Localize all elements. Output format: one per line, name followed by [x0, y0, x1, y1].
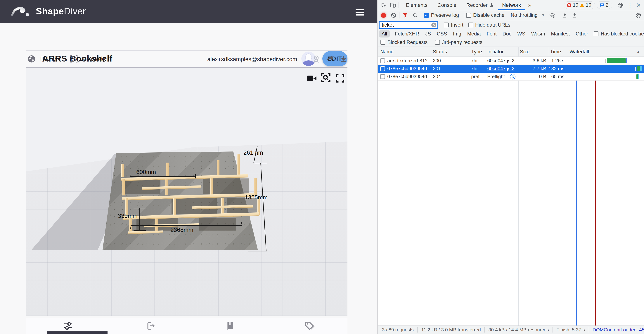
col-time[interactable]: Time — [550, 47, 561, 57]
settings-gear-icon[interactable] — [618, 2, 624, 8]
device-toolbar-icon[interactable] — [390, 2, 396, 9]
has-blocked-cookies-label[interactable]: Has blocked cookies — [601, 31, 644, 37]
clear-filter-icon[interactable]: ✕ — [431, 23, 436, 27]
blocked-requests-checkbox[interactable] — [380, 40, 385, 45]
chip-all[interactable]: All — [379, 30, 390, 38]
table-row[interactable]: 078e7c5d903954d... 204 prefl... Prefligh… — [378, 73, 644, 81]
import-har-icon[interactable] — [562, 12, 568, 18]
column-divider[interactable] — [567, 47, 567, 325]
chip-other[interactable]: Other — [573, 30, 591, 38]
tab-recorder[interactable]: Recorder — [461, 0, 489, 10]
cell-status: 200 — [433, 57, 466, 65]
throttling-select[interactable]: No throttling — [511, 12, 538, 18]
ar-badge: AR-ready — [70, 51, 105, 67]
inspect-element-icon[interactable] — [380, 2, 387, 9]
cell-status: 204 — [433, 73, 466, 81]
search-icon[interactable] — [412, 13, 418, 18]
issues-badge[interactable]: 2 — [596, 2, 612, 9]
share-icon[interactable] — [326, 51, 334, 67]
third-party-checkbox[interactable] — [435, 40, 440, 45]
download-icon[interactable] — [339, 51, 348, 67]
blocked-requests-label[interactable]: Blocked Requests — [388, 40, 428, 45]
waterfall-bar-end — [626, 58, 627, 63]
table-row[interactable]: arrs-texturized-81?... 200 xhr 60cd047.j… — [378, 57, 644, 65]
record-network-icon[interactable] — [381, 13, 386, 18]
chip-fetch-xhr[interactable]: Fetch/XHR — [392, 30, 422, 38]
visibility-label: Public — [40, 56, 56, 62]
filter-icon[interactable] — [402, 13, 408, 18]
library-tab[interactable] — [225, 321, 235, 331]
cell-size: 7.7 kB — [520, 65, 546, 73]
kebab-menu-icon[interactable]: ⋮ — [627, 2, 633, 9]
export-tab[interactable] — [145, 321, 156, 331]
chip-manifest[interactable]: Manifest — [548, 30, 573, 38]
parameters-tab[interactable] — [63, 321, 74, 331]
invert-checkbox[interactable] — [444, 23, 449, 27]
tab-elements[interactable]: Elements — [401, 0, 432, 10]
throttling-dropdown-icon[interactable]: ▼ — [542, 14, 545, 17]
chip-css[interactable]: CSS — [434, 30, 450, 38]
dim-tick — [134, 208, 146, 208]
chip-img[interactable]: Img — [450, 30, 464, 38]
col-initiator[interactable]: Initiator — [487, 47, 504, 57]
row-checkbox[interactable] — [380, 66, 385, 71]
preserve-log-label[interactable]: Preserve log — [431, 12, 459, 18]
chip-font[interactable]: Font — [484, 30, 500, 38]
col-status[interactable]: Status — [433, 47, 447, 57]
errors-warnings-badge[interactable]: 19 10 — [564, 2, 595, 9]
preserve-log-checkbox[interactable]: ✓ — [424, 13, 429, 18]
network-status-bar: 3 / 89 requests 11.2 kB / 3.0 MB transfe… — [378, 325, 644, 334]
chip-ws[interactable]: WS — [514, 30, 528, 38]
tab-console[interactable]: Console — [432, 0, 462, 10]
network-settings-gear-icon[interactable] — [635, 12, 642, 19]
cell-name: 078e7c5d903954d... — [387, 73, 430, 81]
record-video-icon[interactable] — [306, 74, 317, 83]
shelf-shadow — [203, 179, 249, 194]
clear-network-icon[interactable] — [391, 13, 396, 18]
column-divider[interactable] — [430, 47, 430, 325]
more-tabs-button[interactable]: » — [526, 0, 534, 10]
disable-cache-label[interactable]: Disable cache — [473, 12, 504, 18]
has-blocked-cookies-checkbox[interactable] — [594, 31, 598, 36]
fullscreen-icon[interactable] — [335, 74, 345, 83]
cell-initiator-link[interactable]: 60cd047.js:2 — [487, 65, 518, 73]
close-devtools-icon[interactable]: ✕ — [636, 2, 641, 9]
network-conditions-icon[interactable] — [549, 12, 556, 19]
column-divider[interactable] — [469, 47, 469, 325]
shapediver-logo[interactable]: ShapeDiver — [10, 5, 86, 18]
dim-600: 600mm — [136, 169, 156, 176]
chip-doc[interactable]: Doc — [500, 30, 514, 38]
chip-js[interactable]: JS — [422, 30, 434, 38]
viewer-canvas[interactable]: 261mm 600mm 1355mm 330mm 2368mm — [26, 68, 348, 316]
disable-cache-checkbox[interactable] — [466, 13, 471, 18]
col-name[interactable]: Name — [380, 47, 394, 57]
hide-data-urls-checkbox[interactable] — [468, 23, 473, 27]
col-type[interactable]: Type — [471, 47, 482, 57]
row-checkbox[interactable] — [380, 58, 385, 63]
third-party-label[interactable]: 3rd-party requests — [442, 40, 482, 45]
devtools-tabbar: Elements Console Recorder Network » 19 1… — [378, 0, 644, 10]
app-header: ShapeDiver — [0, 0, 377, 23]
menu-icon[interactable] — [356, 9, 364, 17]
resources-summary: 30.4 kB / 14.4 MB resources — [488, 327, 549, 333]
zoom-extents-icon[interactable] — [320, 72, 331, 83]
chip-media[interactable]: Media — [464, 30, 484, 38]
export-har-icon[interactable] — [572, 12, 578, 18]
cell-initiator-link[interactable]: 60cd047.js:2 — [487, 57, 518, 65]
certificate-icon[interactable] — [312, 51, 320, 67]
warning-icon — [580, 3, 584, 8]
error-icon — [566, 3, 572, 8]
table-row-selected[interactable]: 078e7c5d903954d... 201 xhr 60cd047.js:2 … — [378, 65, 644, 73]
sort-asc-icon[interactable]: ▲ — [636, 47, 640, 57]
row-checkbox[interactable] — [380, 74, 385, 79]
tab-network[interactable]: Network — [497, 0, 526, 10]
col-size[interactable]: Size — [520, 47, 530, 57]
chip-wasm[interactable]: Wasm — [528, 30, 548, 38]
hide-data-urls-label[interactable]: Hide data URLs — [475, 22, 510, 28]
finish-summary: Finish: 5.37 s — [556, 327, 585, 333]
col-waterfall[interactable]: Waterfall — [570, 47, 589, 57]
waterfall-wait-tick — [635, 67, 636, 71]
invert-label[interactable]: Invert — [451, 22, 464, 28]
filter-input[interactable] — [379, 21, 438, 29]
tags-tab[interactable] — [304, 321, 314, 331]
